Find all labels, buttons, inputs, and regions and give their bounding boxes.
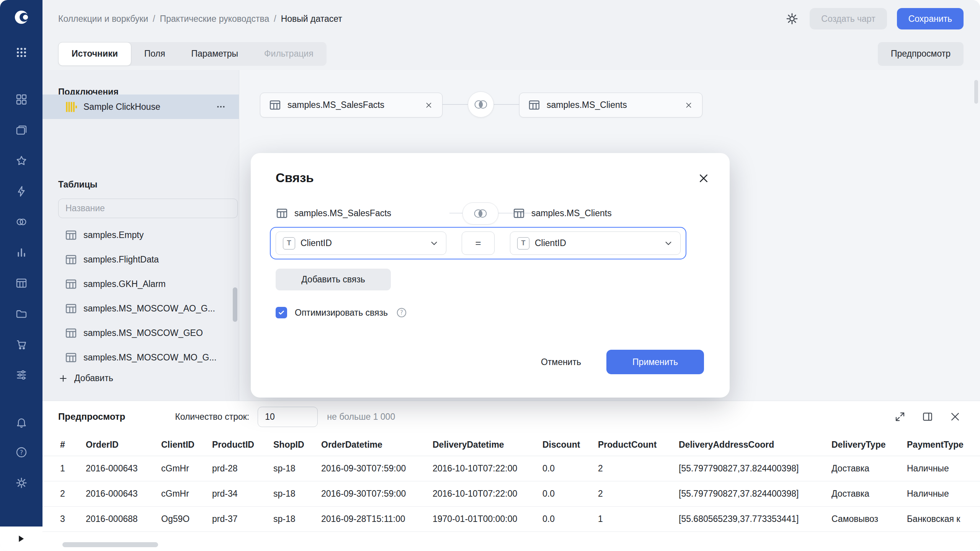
table-row: 3 2016-000688 Og59O prd-37 sp-18 2016-09… — [42, 507, 980, 532]
services-sliders-icon[interactable] — [15, 369, 28, 381]
tab-filtering[interactable]: Фильтрация — [251, 42, 327, 66]
cell: sp-18 — [273, 463, 321, 474]
right-field-select[interactable]: T ClientID — [510, 231, 681, 255]
preview-toggle-button[interactable]: Предпросмотр — [878, 42, 964, 66]
preview-panel: Предпросмотр Количество строк: не больше… — [42, 401, 980, 551]
app-window: ? Коллекции и воркбуки / Практические ру… — [0, 0, 980, 551]
breadcrumb-current-dataset: Новый датасет — [281, 14, 342, 24]
operator-select[interactable]: = — [462, 231, 495, 255]
nav-rail-footer — [0, 527, 42, 551]
charts-bars-icon[interactable] — [15, 246, 28, 259]
inner-join-venn-icon — [472, 208, 489, 219]
canvas-scrollbar-thumb[interactable] — [974, 80, 978, 104]
rows-count-label: Количество строк: — [175, 412, 249, 422]
tables-scrollbar-thumb[interactable] — [233, 287, 237, 322]
dialog-close-icon[interactable] — [696, 171, 711, 186]
left-field-select[interactable]: T ClientID — [276, 231, 446, 255]
list-item-table[interactable]: samples.MS_MOSCOW_GEO — [42, 321, 239, 345]
node-label: samples.MS_SalesFacts — [287, 100, 384, 110]
help-question-icon[interactable]: ? — [395, 306, 408, 319]
cell: 2016-000643 — [86, 489, 161, 499]
cell: [55.797790827,37.824400398] — [679, 463, 831, 474]
col-header: OrderID — [86, 440, 161, 450]
storage-folder-icon[interactable] — [15, 308, 28, 320]
cell: prd-28 — [212, 463, 273, 474]
optimize-link-row: Оптимизировать связь ? — [276, 306, 408, 319]
cell: Наличные — [907, 463, 980, 474]
connection-name: Sample ClickHouse — [83, 102, 160, 112]
remove-node-close-icon[interactable] — [683, 99, 694, 111]
list-item-table[interactable]: samples.MS_MOSCOW_MO_G... — [42, 345, 239, 370]
right-table-name: samples.MS_Clients — [531, 208, 612, 218]
dataset-tabs: Источники Поля Параметры Фильтрация — [58, 42, 327, 66]
datasets-table-icon[interactable] — [15, 277, 28, 289]
tables-list: samples.Empty samples.FlightData samples… — [42, 223, 239, 370]
cancel-button[interactable]: Отменить — [527, 350, 595, 374]
col-header: ClientID — [161, 440, 212, 450]
expand-preview-icon[interactable] — [893, 410, 906, 423]
workbooks-icon[interactable] — [15, 124, 28, 136]
list-item-table[interactable]: samples.MS_MOSCOW_AO_G... — [42, 296, 239, 321]
favorites-star-icon[interactable] — [15, 155, 28, 167]
list-item-table[interactable]: samples.Empty — [42, 223, 239, 247]
list-item-table[interactable]: samples.GKH_Alarm — [42, 272, 239, 296]
notifications-bell-icon[interactable] — [15, 416, 28, 429]
datalens-logo-icon[interactable] — [13, 8, 30, 26]
join-type-chip[interactable] — [468, 91, 494, 117]
apps-grid-icon[interactable] — [15, 46, 28, 59]
public-rings-icon[interactable] — [15, 216, 28, 228]
col-header: DeliveryDatetime — [433, 440, 542, 450]
table-icon — [65, 351, 77, 364]
settings-gear-icon[interactable] — [15, 477, 28, 489]
chevron-down-icon — [663, 238, 673, 248]
join-type-toggle[interactable] — [462, 202, 498, 225]
left-table-name: samples.MS_SalesFacts — [294, 208, 391, 218]
optimize-checkbox[interactable] — [276, 307, 287, 318]
add-link-button[interactable]: Добавить связь — [276, 269, 391, 290]
tab-fields[interactable]: Поля — [131, 42, 178, 66]
clickhouse-icon — [65, 101, 77, 113]
table-search-input[interactable] — [58, 199, 238, 218]
connection-more-icon[interactable] — [214, 100, 227, 113]
breadcrumb-separator: / — [153, 14, 155, 24]
cell: prd-37 — [212, 514, 273, 524]
cell: Самовывоз — [831, 514, 907, 524]
nav-rail: ? — [0, 0, 42, 527]
add-table-button[interactable]: Добавить — [58, 373, 113, 383]
table-icon — [65, 327, 77, 339]
left-field-value: ClientID — [301, 238, 332, 248]
cell: 0.0 — [542, 489, 598, 499]
breadcrumb-collections[interactable]: Коллекции и воркбуки — [58, 14, 148, 24]
list-item-table[interactable]: samples.FlightData — [42, 247, 239, 272]
dataset-settings-gear-icon[interactable] — [784, 11, 800, 26]
help-question-icon[interactable]: ? — [15, 446, 28, 458]
tab-parameters[interactable]: Параметры — [178, 42, 252, 66]
split-view-icon[interactable] — [921, 410, 934, 423]
breadcrumb-guides[interactable]: Практические руководства — [160, 14, 269, 24]
canvas-node-salesfacts[interactable]: samples.MS_SalesFacts — [260, 93, 443, 117]
expand-panel-play-icon[interactable] — [15, 533, 26, 544]
save-button[interactable]: Сохранить — [897, 8, 964, 29]
left-table-group: samples.MS_SalesFacts — [276, 202, 391, 224]
remove-node-close-icon[interactable] — [423, 99, 434, 111]
cell: 1 — [60, 463, 86, 474]
create-chart-button[interactable]: Создать чарт — [810, 8, 887, 29]
dashboards-icon[interactable] — [15, 93, 28, 106]
horizontal-scrollbar-thumb[interactable] — [62, 542, 158, 547]
tab-sources[interactable]: Источники — [58, 42, 131, 66]
cell: [55.797790827,37.824400398] — [679, 489, 831, 499]
marketplace-cart-icon[interactable] — [15, 338, 28, 350]
preview-header: Предпросмотр Количество строк: не больше… — [42, 401, 980, 432]
svg-text:?: ? — [400, 309, 403, 316]
join-condition-row: T ClientID = T ClientID — [270, 227, 686, 259]
rows-count-input[interactable] — [258, 407, 318, 427]
canvas-node-clients[interactable]: samples.MS_Clients — [519, 93, 702, 117]
rows-count-hint: не больше 1 000 — [327, 412, 395, 422]
cell: 0.0 — [542, 514, 598, 524]
breadcrumb-separator: / — [274, 14, 276, 24]
connections-lightning-icon[interactable] — [15, 185, 28, 197]
table-name: samples.MS_MOSCOW_GEO — [83, 328, 203, 338]
close-preview-icon[interactable] — [949, 410, 962, 423]
connection-item-sample-clickhouse[interactable]: Sample ClickHouse — [42, 95, 239, 119]
apply-button[interactable]: Применить — [606, 350, 704, 374]
